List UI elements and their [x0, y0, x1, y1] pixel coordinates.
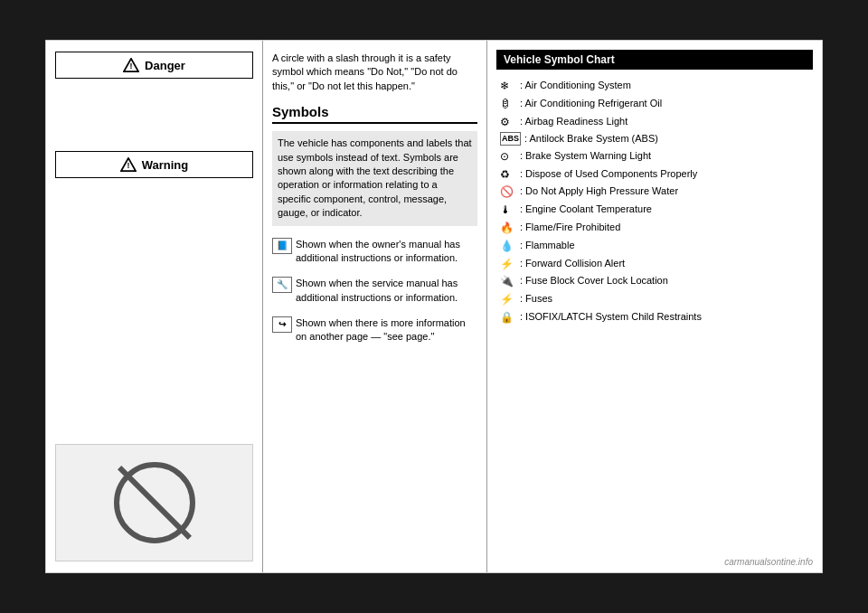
danger-triangle-icon: !: [123, 58, 139, 72]
abs-text: : Antilock Brake System (ABS): [524, 132, 658, 146]
no-symbol-box: [55, 444, 253, 561]
right-column: Vehicle Symbol Chart ❄ : Air Conditionin…: [487, 41, 822, 572]
warning-label: Warning: [142, 158, 189, 172]
list-item-coolant: 🌡 : Engine Coolant Temperature: [500, 203, 813, 218]
danger-box: ! Danger: [55, 52, 253, 79]
list-item-ac-system: ❄ : Air Conditioning System: [500, 79, 813, 94]
list-item-ac-refrigerant: 🛢 : Air Conditioning Refrigerant Oil: [500, 97, 813, 112]
watermark: carmanualsontine.info: [724, 557, 813, 567]
danger-label: Danger: [145, 59, 185, 72]
dispose-text: : Dispose of Used Components Properly: [520, 167, 697, 181]
list-item-abs: ABS : Antilock Brake System (ABS): [500, 132, 813, 146]
ac-refrigerant-text: : Air Conditioning Refrigerant Oil: [520, 97, 662, 110]
page-container: ! Danger ! Warning A circle with a slash…: [45, 40, 823, 573]
intro-text: A circle with a slash through it is a sa…: [272, 52, 477, 93]
service-manual-icon: 🔧: [272, 277, 292, 293]
flammable-text: : Flammable: [520, 239, 575, 252]
svg-text:!: !: [130, 61, 133, 71]
fuses-icon: ⚡: [500, 292, 516, 307]
fca-text: : Forward Collision Alert: [520, 257, 625, 270]
list-item-isofix: 🔒 : ISOFIX/LATCH System Child Restraints: [500, 310, 813, 325]
list-item-flammable: 💧 : Flammable: [500, 239, 813, 254]
owners-manual-text: Shown when the owner's manual has additi…: [296, 238, 477, 266]
symbol-item-owners-manual: 📘 Shown when the owner's manual has addi…: [272, 238, 477, 266]
airbag-icon: ⚙: [500, 115, 516, 130]
list-item-airbag: ⚙ : Airbag Readiness Light: [500, 115, 813, 130]
brake-icon: ⊙: [500, 149, 516, 165]
brake-text: : Brake System Warning Light: [520, 149, 651, 163]
symbols-body-text: The vehicle has components and labels th…: [272, 131, 477, 225]
no-pressure-icon: 🚫: [500, 184, 516, 200]
flammable-icon: 💧: [500, 239, 516, 254]
isofix-icon: 🔒: [500, 310, 516, 325]
ac-system-icon: ❄: [500, 79, 516, 94]
list-item-no-pressure: 🚫 : Do Not Apply High Pressure Water: [500, 184, 813, 200]
flame-icon: 🔥: [500, 221, 516, 236]
ac-system-text: : Air Conditioning System: [520, 79, 631, 92]
warning-triangle-icon: !: [120, 157, 137, 172]
symbol-item-see-page: ↪ Shown when there is more information o…: [272, 316, 477, 344]
flame-text: : Flame/Fire Prohibited: [520, 221, 620, 234]
isofix-text: : ISOFIX/LATCH System Child Restraints: [520, 310, 702, 324]
vehicle-symbol-chart-header: Vehicle Symbol Chart: [496, 50, 813, 70]
svg-text:!: !: [127, 161, 129, 170]
see-page-text: Shown when there is more information on …: [296, 316, 477, 344]
fuse-block-text: : Fuse Block Cover Lock Location: [520, 274, 668, 288]
middle-column: A circle with a slash through it is a sa…: [263, 41, 487, 572]
symbol-item-service-manual: 🔧 Shown when the service manual has addi…: [272, 277, 477, 305]
abs-icon: ABS: [500, 132, 521, 146]
no-pressure-text: : Do Not Apply High Pressure Water: [520, 184, 678, 198]
coolant-text: : Engine Coolant Temperature: [520, 203, 652, 216]
airbag-text: : Airbag Readiness Light: [520, 115, 627, 128]
dispose-icon: ♻: [500, 167, 516, 183]
vehicle-symbol-list: ❄ : Air Conditioning System 🛢 : Air Cond…: [496, 79, 813, 325]
see-page-icon: ↪: [272, 316, 292, 333]
no-circle-icon: [114, 462, 195, 543]
fuse-block-icon: 🔌: [500, 274, 516, 289]
warning-box: ! Warning: [55, 151, 253, 178]
list-item-fca: ⚡ : Forward Collision Alert: [500, 257, 813, 272]
list-item-flame: 🔥 : Flame/Fire Prohibited: [500, 221, 813, 236]
service-manual-text: Shown when the service manual has additi…: [296, 277, 477, 305]
list-item-brake: ⊙ : Brake System Warning Light: [500, 149, 813, 165]
coolant-icon: 🌡: [500, 203, 516, 218]
left-column: ! Danger ! Warning: [46, 41, 263, 572]
list-item-fuse-block: 🔌 : Fuse Block Cover Lock Location: [500, 274, 813, 289]
owners-manual-icon: 📘: [272, 238, 292, 254]
list-item-fuses: ⚡ : Fuses: [500, 292, 813, 307]
symbols-heading: Symbols: [272, 104, 477, 124]
fca-icon: ⚡: [500, 257, 516, 272]
ac-refrigerant-icon: 🛢: [500, 97, 516, 112]
fuses-text: : Fuses: [520, 292, 552, 306]
list-item-dispose: ♻ : Dispose of Used Components Properly: [500, 167, 813, 183]
